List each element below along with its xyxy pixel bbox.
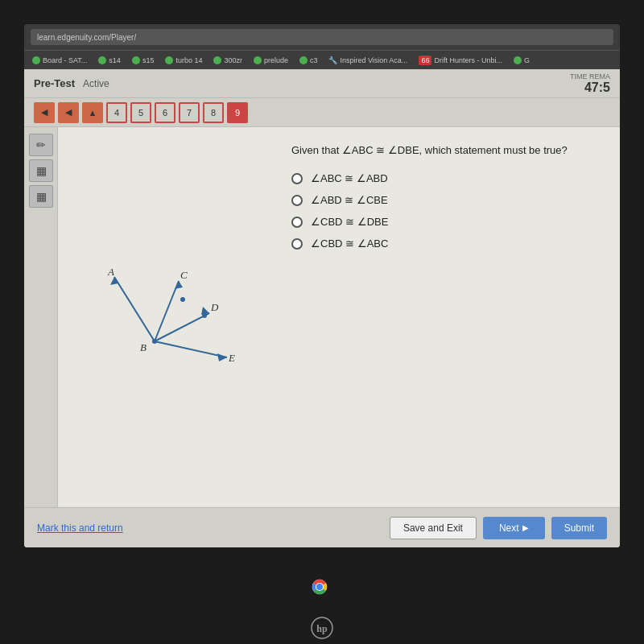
bookmark-label: Drift Hunters - Unbi... — [434, 56, 502, 64]
svg-point-15 — [202, 313, 207, 318]
nav-btn-8[interactable]: 8 — [203, 102, 224, 123]
svg-point-13 — [152, 339, 157, 344]
svg-point-19 — [316, 584, 323, 590]
answer-text-c: ∠CBD ≅ ∠DBE — [311, 216, 388, 228]
diagram-area: A C D E B — [58, 127, 283, 507]
nav-btn-flag[interactable]: ▲ — [82, 102, 103, 123]
svg-text:B: B — [140, 341, 147, 353]
bookmark-inspired[interactable]: 🔧 Inspired Vision Aca... — [325, 55, 411, 66]
bottom-bar: Mark this and return Save and Exit Next … — [24, 507, 620, 547]
bookmark-turbo14[interactable]: turbo 14 — [162, 55, 205, 66]
nav-btn-5[interactable]: 5 — [130, 102, 151, 123]
bookmark-label: s15 — [142, 56, 155, 64]
bookmark-label: Inspired Vision Aca... — [340, 56, 407, 64]
mark-return-link[interactable]: Mark this and return — [37, 522, 123, 534]
geometry-diagram: A C D E B — [90, 237, 251, 398]
bookmark-drift[interactable]: 66 Drift Hunters - Unbi... — [415, 54, 506, 67]
bookmark-board[interactable]: Board - SAT... — [29, 55, 90, 66]
url-text: learn.edgenuity.com/Player/ — [37, 33, 136, 42]
bookmark-google[interactable]: G — [510, 55, 533, 66]
svg-line-4 — [155, 313, 209, 341]
bookmark-s14[interactable]: s14 — [95, 55, 124, 66]
bookmark-300zr[interactable]: 300zr — [210, 55, 246, 66]
radio-d[interactable] — [291, 238, 303, 250]
question-area: A C D E B Given that ∠ABC ≅ ∠DBE, which … — [58, 127, 620, 507]
next-button[interactable]: Next — [483, 517, 545, 539]
left-sidebar: ✏ ▦ ▦ — [24, 127, 58, 507]
bookmark-prelude[interactable]: prelude — [250, 55, 291, 66]
question-text: Given that ∠ABC ≅ ∠DBE, which statement … — [291, 143, 604, 158]
radio-c[interactable] — [291, 217, 303, 228]
answer-text-b: ∠ABD ≅ ∠CBE — [311, 194, 388, 206]
pre-test-label: Pre-Test — [34, 77, 75, 89]
answer-text-a: ∠ABC ≅ ∠ABD — [311, 172, 388, 184]
save-exit-button[interactable]: Save and Exit — [390, 517, 477, 539]
svg-line-2 — [155, 281, 179, 341]
nav-btn-4[interactable]: 4 — [106, 102, 127, 123]
svg-text:C: C — [180, 269, 188, 281]
hp-logo: hp — [308, 613, 336, 642]
bookmark-label: s14 — [109, 56, 121, 64]
laptop-bezel: learn.edgenuity.com/Player/ Board - SAT.… — [0, 0, 644, 644]
option-d[interactable]: ∠CBD ≅ ∠ABC — [291, 237, 604, 250]
question-nav: ◀ ◀ ▲ 4 5 6 7 8 9 — [24, 98, 620, 127]
svg-line-6 — [155, 341, 227, 357]
content-area: Pre-Test Active TIME REMA 47:5 ◀ ◀ ▲ 4 5… — [24, 69, 620, 547]
chrome-icon — [308, 575, 332, 599]
top-bar: Pre-Test Active TIME REMA 47:5 — [24, 69, 620, 98]
svg-text:A: A — [107, 266, 114, 278]
submit-button[interactable]: Submit — [551, 517, 607, 539]
svg-text:D: D — [210, 301, 219, 313]
calculator-tool[interactable]: ▦ — [29, 159, 53, 182]
bookmark-label: c3 — [310, 56, 318, 64]
svg-text:hp: hp — [316, 623, 328, 634]
option-a[interactable]: ∠ABC ≅ ∠ABD — [291, 172, 604, 184]
active-label: Active — [83, 78, 109, 89]
svg-text:E: E — [228, 352, 235, 364]
screen: learn.edgenuity.com/Player/ Board - SAT.… — [24, 24, 620, 547]
svg-marker-7 — [217, 353, 227, 361]
chrome-logo-area — [308, 575, 336, 604]
bookmark-c3[interactable]: c3 — [296, 55, 321, 66]
svg-line-0 — [114, 277, 155, 341]
radio-b[interactable] — [291, 195, 303, 206]
bookmarks-bar: Board - SAT... s14 s15 turbo 14 300zr pr… — [24, 50, 620, 69]
time-remaining-label: TIME REMA — [570, 72, 610, 80]
option-b[interactable]: ∠ABD ≅ ∠CBE — [291, 194, 604, 206]
svg-point-14 — [180, 297, 185, 302]
svg-marker-3 — [175, 281, 183, 289]
grid-tool[interactable]: ▦ — [29, 185, 53, 208]
pencil-tool[interactable]: ✏ — [29, 134, 53, 156]
option-c[interactable]: ∠CBD ≅ ∠DBE — [291, 216, 604, 228]
time-value: 47:5 — [584, 80, 610, 94]
nav-btn-9[interactable]: 9 — [227, 102, 248, 123]
nav-btn-7[interactable]: 7 — [179, 102, 200, 123]
address-bar[interactable]: learn.edgenuity.com/Player/ — [31, 29, 613, 45]
time-remaining: TIME REMA 47:5 — [570, 72, 610, 95]
question-text-area: Given that ∠ABC ≅ ∠DBE, which statement … — [283, 127, 620, 507]
bookmark-label: prelude — [264, 56, 288, 64]
bookmark-label: Board - SAT... — [43, 56, 87, 64]
nav-btn-prev1[interactable]: ◀ — [34, 102, 55, 123]
bottom-buttons: Save and Exit Next Submit — [390, 517, 607, 539]
bookmark-label: 300zr — [224, 56, 242, 64]
nav-btn-prev2[interactable]: ◀ — [58, 102, 79, 123]
bookmark-label: turbo 14 — [175, 56, 202, 64]
hp-icon: hp — [311, 617, 333, 639]
bookmark-s15[interactable]: s15 — [129, 55, 158, 66]
taskbar: hp — [0, 612, 644, 644]
answer-text-d: ∠CBD ≅ ∠ABC — [311, 237, 388, 250]
bookmark-label: G — [524, 56, 530, 64]
nav-btn-6[interactable]: 6 — [155, 102, 175, 123]
radio-a[interactable] — [291, 173, 303, 184]
browser-chrome: learn.edgenuity.com/Player/ — [24, 24, 620, 50]
